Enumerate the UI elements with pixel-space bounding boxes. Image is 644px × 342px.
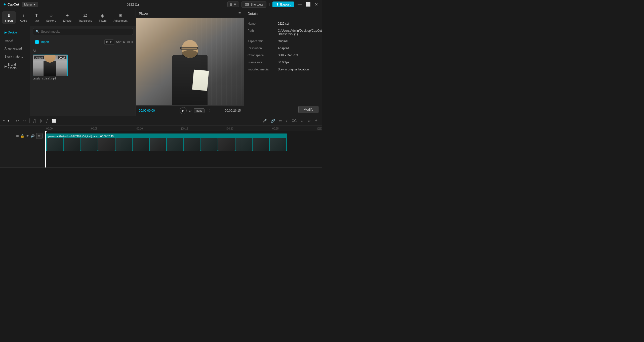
tab-transitions[interactable]: ⇄ Transitions — [75, 11, 95, 24]
media-toolbar: 🔍 — [30, 26, 136, 37]
name-value: 0222 (1) — [278, 22, 318, 25]
tab-text[interactable]: T Text — [31, 11, 42, 24]
sidebar-item-stock-label: Stock mater... — [5, 55, 23, 58]
sort-button[interactable]: Sort ⇅ — [116, 40, 125, 44]
sidebar-item-brand-assets[interactable]: ▶ Brand assets — [2, 61, 28, 72]
path-value: C:/Users/Admin/Desktop/CapCut Drafts/022… — [278, 29, 322, 36]
video-track[interactable]: pexels-mikhail-nilov-8847405 (Original).… — [46, 134, 287, 151]
delete-button[interactable]: ⬜ — [50, 118, 58, 124]
player-controls: 00:00:00:00 ⊞ ⊡ ▶ ⊙ Ratio ⛶ 00:00:26:15 — [136, 105, 244, 116]
track-edit-button[interactable]: ✏ — [36, 133, 43, 139]
video-track-duration: 00:00:26:15 — [100, 135, 114, 138]
sidebar-item-ai-generated[interactable]: AI generated — [2, 45, 28, 52]
timeline-tracks: pexels-mikhail-nilov-8847405 (Original).… — [45, 131, 322, 167]
caption-button[interactable]: CC — [290, 118, 298, 124]
imported-media-label: Imported media: — [248, 68, 275, 71]
split-button-1[interactable]: ⧸| — [32, 117, 37, 124]
player-ratio-button[interactable]: Ratio — [194, 108, 205, 113]
media-item[interactable]: Added 00:27 pexels-mi...inal).mp4 — [33, 55, 68, 80]
main-content: ⬇ Import ♪ Audio T Text ☆ Stickers ✦ Eff… — [0, 9, 322, 116]
track-thumb-1 — [47, 138, 63, 151]
track-audio-button[interactable]: 🔊 — [31, 134, 35, 138]
details-header: Details — [244, 9, 322, 18]
split-button-2[interactable]: |⧸ — [38, 117, 44, 124]
filter-all-button[interactable]: All ≡ — [127, 40, 133, 44]
menu-button[interactable]: Menu ▼ — [22, 2, 38, 7]
layout-icon: ⊞ — [230, 3, 232, 6]
player-fit-button[interactable]: ⊡ — [175, 109, 178, 113]
zoom-out-button[interactable]: ⊖ — [299, 118, 305, 124]
media-actions: + Import ⊞ ▼ Sort ⇅ All ≡ — [30, 37, 136, 47]
timeline-scrollbar[interactable] — [0, 167, 322, 171]
stickers-tab-icon: ☆ — [49, 13, 53, 18]
add-track-button[interactable]: + — [313, 117, 319, 124]
color-space-label: Color space: — [248, 54, 275, 57]
tab-filters[interactable]: ◈ Filters — [96, 11, 109, 24]
magnet-button[interactable]: 🔗 — [269, 118, 276, 124]
track-thumbnail-button[interactable]: ⊞ — [16, 134, 19, 138]
audio-tab-label: Audio — [20, 19, 27, 22]
view-toggle[interactable]: ⊞ ▼ — [104, 39, 114, 45]
player-screenshot-button[interactable]: ⊙ — [189, 109, 192, 113]
details-content: Name: 0222 (1) Path: C:/Users/Admin/Desk… — [244, 18, 322, 103]
player-play-button[interactable]: ▶ — [180, 107, 187, 114]
tab-stickers[interactable]: ☆ Stickers — [43, 11, 59, 24]
player-grid-button[interactable]: ⊞ — [170, 109, 173, 113]
player-menu-button[interactable]: ≡ — [238, 11, 241, 16]
top-bar-left: ✦ CapCut Menu ▼ — [3, 2, 38, 7]
media-panel: 🔍 + Import ⊞ ▼ Sort — [30, 26, 136, 116]
sidebar: ▶ Device Import AI generated Stock mater… — [0, 26, 30, 116]
maximize-button[interactable]: ⬜ — [305, 2, 312, 7]
modify-button[interactable]: Modify — [298, 106, 318, 113]
tab-adjustment[interactable]: ⚙ Adjustment — [110, 11, 130, 24]
frame-rate-label: Frame rate: — [248, 61, 275, 64]
track-visible-button[interactable]: 👁 — [26, 134, 29, 138]
shortcuts-icon: ⌨ — [245, 3, 249, 6]
export-button[interactable]: ⬆ Export — [272, 2, 294, 7]
detail-imported-media-row: Imported media: Stay in original locatio… — [248, 68, 318, 71]
split-button-3[interactable]: ⧸ — [45, 117, 49, 124]
select-tool-button[interactable]: ↖ ▼ — [3, 119, 10, 122]
minimize-button[interactable]: — — [297, 2, 303, 7]
sort-label: Sort — [116, 40, 122, 44]
window-controls: — ⬜ ✕ — [297, 2, 319, 7]
split-audio-button[interactable]: ⧸ — [285, 117, 289, 124]
mic-button[interactable]: 🎤 — [261, 118, 268, 124]
toolbar-divider-1 — [12, 118, 12, 123]
sidebar-item-ai-label: AI generated — [5, 47, 22, 50]
search-box[interactable]: 🔍 — [33, 28, 133, 35]
top-bar-right: ⊞ ▼ ⌨ Shortcuts | ⬆ Export — ⬜ ✕ — [227, 2, 319, 8]
link-clips-button[interactable]: ⇔ — [277, 118, 284, 124]
player-video — [136, 18, 244, 105]
undo-button[interactable]: ↩ — [14, 118, 20, 124]
detail-path-row: Path: C:/Users/Admin/Desktop/CapCut Draf… — [248, 29, 318, 36]
search-input[interactable] — [41, 30, 130, 33]
zoom-in-button[interactable]: ⊕ — [306, 118, 312, 124]
ruler-mark-5: |00:05 — [91, 127, 98, 130]
toolbar-divider-2 — [29, 118, 30, 123]
playhead[interactable] — [45, 131, 46, 167]
sidebar-item-device[interactable]: ▶ Device — [2, 29, 28, 36]
layout-arrow: ▼ — [233, 3, 237, 6]
track-lock-button[interactable]: 🔒 — [20, 134, 24, 138]
top-bar: ✦ CapCut Menu ▼ 0222 (1) ⊞ ▼ ⌨ Shortcuts… — [0, 0, 322, 9]
filter-icon: ≡ — [131, 40, 133, 44]
tab-audio[interactable]: ♪ Audio — [17, 12, 30, 24]
track-thumb-7 — [150, 138, 166, 151]
timeline-main: 00:00 |00:05 |00:10 |00:15 |00:20 |00:25… — [45, 125, 322, 167]
search-icon: 🔍 — [35, 30, 39, 33]
sidebar-item-import[interactable]: Import — [2, 37, 28, 44]
left-panel: ⬇ Import ♪ Audio T Text ☆ Stickers ✦ Eff… — [0, 9, 136, 116]
timeline-content: ⊞ 🔒 👁 🔊 ✏ 00:00 |00:05 |00:10 |00:15 |00… — [0, 125, 322, 167]
tab-effects[interactable]: ✦ Effects — [60, 11, 74, 24]
layout-toggle[interactable]: ⊞ ▼ — [227, 2, 239, 7]
tab-import[interactable]: ⬇ Import — [2, 11, 16, 24]
player-buttons: ⊞ ⊡ ▶ ⊙ Ratio ⛶ — [170, 107, 210, 114]
shortcuts-button[interactable]: ⌨ Shortcuts — [242, 2, 267, 8]
close-button[interactable]: ✕ — [314, 2, 319, 7]
import-media-button[interactable]: + Import — [33, 39, 51, 45]
redo-button[interactable]: ↪ — [21, 118, 27, 124]
toolbar-tabs: ⬇ Import ♪ Audio T Text ☆ Stickers ✦ Eff… — [0, 9, 136, 26]
player-fullscreen-button[interactable]: ⛶ — [207, 109, 210, 113]
sidebar-item-stock-material[interactable]: Stock mater... — [2, 53, 28, 60]
